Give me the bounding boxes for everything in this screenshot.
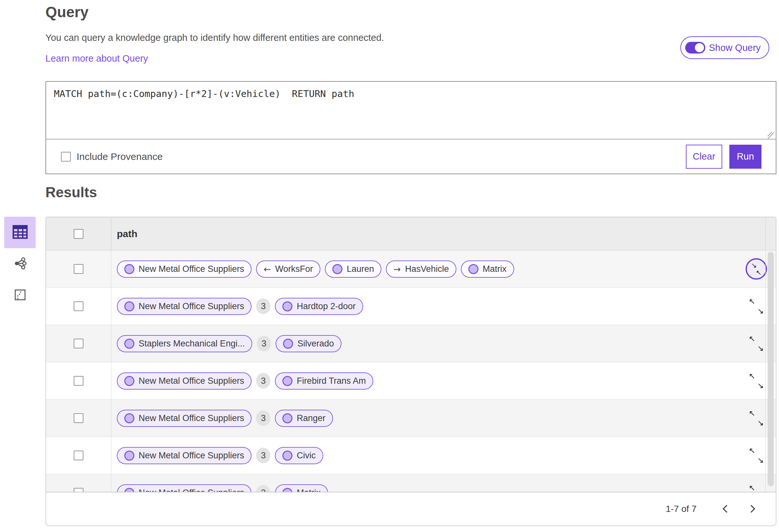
resize-grip-icon[interactable] (768, 132, 774, 138)
entity-pill: Silverado (276, 335, 342, 352)
include-provenance-option: Include Provenance (61, 151, 163, 162)
row-select-cell (46, 288, 111, 325)
entity-pill: Hardtop 2-door (275, 298, 363, 315)
clear-button[interactable]: Clear (686, 145, 722, 169)
collapse-row-icon[interactable]: ↘↖ (745, 258, 767, 280)
table-pagination: 1-7 of 7 (46, 492, 776, 526)
entity-node-icon (283, 339, 293, 349)
entity-node-icon (124, 376, 134, 386)
table-grid-icon (12, 225, 28, 241)
diagonal-arrow-icon: ↘ (757, 381, 764, 390)
results-table: path New Metal Office Suppliers←WorksFor… (46, 217, 776, 526)
diagonal-arrow-icon: ↘ (751, 261, 757, 269)
hidden-hops-count-badge: 3 (257, 336, 271, 351)
query-page: Query You can query a knowledge graph to… (0, 0, 779, 532)
table-body: New Metal Office Suppliers←WorksForLaure… (46, 251, 776, 512)
entity-pill: New Metal Office Suppliers (117, 298, 251, 315)
entity-node-icon (468, 264, 478, 274)
relationship-label: HasVehicle (405, 264, 449, 274)
expand-row-icon[interactable]: ↖↘ (745, 445, 767, 466)
entity-node-icon (282, 413, 292, 423)
hidden-hops-count-badge: 3 (256, 373, 271, 389)
table-row: New Metal Office Suppliers3Ranger↖↘ (46, 400, 776, 437)
diagonal-arrow-icon: ↖ (749, 372, 755, 381)
show-query-label: Show Query (709, 43, 761, 53)
row-checkbox[interactable] (74, 302, 83, 311)
learn-more-link[interactable]: Learn more about Query (46, 53, 148, 64)
hidden-hops-count-badge: 3 (256, 298, 271, 314)
path-cell: New Metal Office Suppliers3Firebird Tran… (111, 362, 737, 399)
entity-label: Ranger (297, 413, 325, 423)
entity-pill: Lauren (325, 261, 381, 278)
scrollbar-divider (765, 217, 766, 491)
expand-row-icon[interactable]: ↖↘ (745, 333, 767, 354)
table-view-button[interactable] (4, 217, 36, 248)
entity-pill: New Metal Office Suppliers (117, 373, 251, 390)
include-provenance-checkbox[interactable] (61, 152, 71, 161)
entity-label: Firebird Trans Am (297, 376, 366, 386)
diagonal-arrow-icon: ↖ (756, 269, 762, 276)
expand-row-icon[interactable]: ↖↘ (745, 370, 767, 392)
chevron-left-icon[interactable] (719, 502, 734, 517)
row-select-cell (46, 251, 111, 287)
map-icon (14, 289, 26, 302)
diagonal-arrow-icon: ↘ (757, 418, 764, 427)
show-query-toggle[interactable]: Show Query (680, 36, 769, 59)
entity-node-icon (282, 302, 292, 312)
entity-label: New Metal Office Suppliers (138, 264, 244, 274)
diagonal-arrow-icon: ↖ (749, 334, 755, 343)
hidden-hops-count-badge: 3 (256, 448, 271, 463)
table-row: New Metal Office Suppliers3Civic↖↘ (46, 437, 776, 474)
chevron-right-icon[interactable] (744, 502, 759, 517)
entity-node-icon (124, 302, 134, 312)
diagonal-arrow-icon: ↘ (757, 307, 764, 316)
diagonal-arrow-icon: ↘ (757, 344, 764, 353)
table-row: New Metal Office Suppliers3Firebird Tran… (46, 362, 776, 400)
diagonal-arrow-icon: ↖ (749, 409, 755, 418)
row-select-cell (46, 437, 111, 474)
entity-node-icon (333, 264, 343, 274)
map-view-button[interactable] (4, 280, 36, 311)
entity-label: Hardtop 2-door (297, 302, 356, 312)
scrollbar-thumb[interactable] (768, 252, 774, 486)
arrow-left-icon: ← (263, 265, 271, 273)
entity-node-icon (124, 264, 134, 274)
entity-pill: Ranger (275, 410, 333, 427)
entity-label: Lauren (347, 264, 374, 274)
entity-node-icon (124, 451, 134, 461)
query-description: You can query a knowledge graph to ident… (46, 32, 384, 43)
query-panel: MATCH path=(c:Company)-[r*2]-(v:Vehicle)… (46, 81, 776, 174)
row-select-cell (46, 325, 111, 362)
entity-label: Civic (297, 451, 316, 461)
entity-pill: Matrix (461, 261, 514, 278)
entity-node-icon (124, 413, 134, 423)
table-row: New Metal Office Suppliers←WorksForLaure… (46, 251, 776, 288)
expand-row-icon[interactable]: ↖↘ (745, 407, 767, 429)
entity-label: Silverado (297, 339, 334, 349)
entity-pill: Firebird Trans Am (275, 373, 373, 390)
relationship-pill: ←WorksFor (256, 261, 320, 278)
path-cell: New Metal Office Suppliers3Ranger (111, 400, 737, 437)
row-checkbox[interactable] (74, 339, 83, 348)
diagonal-arrow-icon: ↖ (749, 483, 755, 492)
diagonal-arrow-icon: ↖ (749, 446, 755, 455)
path-cell: New Metal Office Suppliers3Hardtop 2-doo… (111, 288, 737, 325)
expand-row-icon[interactable]: ↖↘ (745, 295, 767, 317)
row-checkbox[interactable] (74, 376, 83, 386)
row-checkbox[interactable] (74, 264, 83, 274)
entity-node-icon (282, 451, 292, 461)
row-checkbox[interactable] (74, 451, 83, 460)
row-checkbox[interactable] (74, 413, 83, 423)
link-chart-view-button[interactable] (4, 248, 36, 280)
entity-pill: New Metal Office Suppliers (117, 410, 251, 427)
select-all-checkbox[interactable] (74, 229, 83, 239)
path-cell: New Metal Office Suppliers←WorksForLaure… (111, 251, 737, 287)
run-button[interactable]: Run (729, 145, 762, 169)
toggle-switch[interactable] (685, 42, 705, 54)
entity-label: New Metal Office Suppliers (138, 413, 244, 423)
relationship-label: WorksFor (275, 264, 313, 274)
query-actions: Clear Run (686, 145, 762, 169)
query-input[interactable]: MATCH path=(c:Company)-[r*2]-(v:Vehicle)… (46, 82, 776, 139)
diagonal-arrow-icon: ↖ (749, 297, 755, 306)
entity-label: New Metal Office Suppliers (138, 302, 244, 312)
